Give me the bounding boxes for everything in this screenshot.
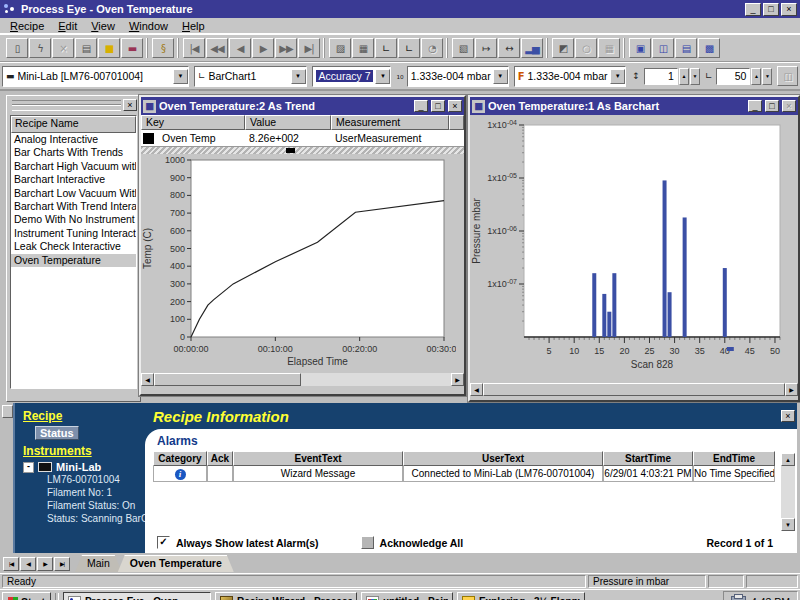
barchart-scroll-left-icon[interactable]: ◀ [470,383,483,396]
pressure-combo[interactable]: 1.333e-004 mbar ▼ [407,66,509,87]
faraday-pressure-combo[interactable]: F 1.333e-004 mbar ▼ [514,66,627,87]
recipe-item[interactable]: Leak Check Interactive [11,240,136,253]
new-recipe-button[interactable]: ▯ [6,38,28,58]
panel-resize-handle[interactable] [2,405,13,418]
step-back-button[interactable]: ◀ [229,38,251,58]
task-process-eye[interactable]: Process Eye - Oven ... [63,592,211,600]
alarms-scroll-up-icon[interactable]: ▲ [781,453,795,466]
barchart-maximize-icon[interactable]: □ [765,100,779,112]
tile-horizontal-button[interactable]: ▤ [675,38,697,58]
layer-windows-button[interactable]: ▩ [698,38,720,58]
restore-button[interactable]: □ [763,3,779,16]
recipe-item[interactable]: Instrument Tuning Interactive [11,227,136,240]
legend-col-value[interactable]: Value [245,115,331,130]
last-mass-up-icon[interactable]: ▲ [751,68,761,85]
legend-col-measurement[interactable]: Measurement [331,115,449,130]
mass-range-button[interactable]: ↔ [498,38,520,58]
task-paint[interactable]: untitled - Paint [361,592,453,600]
faraday-dropdown-icon[interactable]: ▼ [610,69,625,84]
trend-legend-row[interactable]: Oven Temp 8.26e+002 UserMeasurement [141,130,464,147]
chart-config-button[interactable]: ▧ [452,38,474,58]
trend-close-icon[interactable]: × [448,100,462,112]
go-start-button[interactable]: |◀ [183,38,205,58]
trend-maximize-icon[interactable]: □ [431,100,445,112]
panel-grip-handle[interactable] [12,100,121,111]
cascade-windows-button[interactable]: ▣ [629,38,651,58]
accuracy-combo[interactable]: Accuracy 7 ▼ [312,66,392,87]
tab-main[interactable]: Main [75,555,122,572]
close-button[interactable]: × [781,3,797,16]
splitter-thumb[interactable] [286,148,295,153]
trend-scroll-right-icon[interactable]: ▶ [451,373,464,386]
tab-nav-0-icon[interactable]: |◀ [3,557,19,571]
barchart-minimize-icon[interactable]: _ [748,100,762,112]
sidebar-recipe[interactable]: Recipe [23,409,62,423]
chart-combo[interactable]: ∟ BarChart1 ▼ [194,66,307,87]
task-explorer[interactable]: Exploring - 3½ Floppy (A:) [457,592,585,600]
show-latest-checkbox[interactable]: ✓ [157,536,170,549]
grid-view-button[interactable]: ▦ [352,38,374,58]
run-recipe-button[interactable]: ϟ [29,38,51,58]
menu-window[interactable]: Window [122,20,175,32]
instrument-dropdown-icon[interactable]: ▼ [173,69,188,84]
recipe-item[interactable]: Oven Temperature [11,254,136,267]
instrument-combo[interactable]: ▬ Mini-Lab [LM76-00701004] ▼ [2,66,189,87]
tile-vertical-button[interactable]: ◫ [652,38,674,58]
recipe-item[interactable]: Barchart Interactive [11,173,136,186]
ruler-scale-button[interactable]: ↦ [475,38,497,58]
last-mass-down-icon[interactable]: ▼ [762,68,772,85]
recipe-panel-close-icon[interactable]: × [123,99,137,111]
tab-oven-temperature[interactable]: Oven Temperature [118,555,234,572]
alarms-col-usertext[interactable]: UserText [403,451,603,466]
tab-nav-2-icon[interactable]: ▶ [37,557,53,571]
last-mass-value[interactable]: 50 [716,68,750,85]
first-mass-up-icon[interactable]: ▲ [679,68,689,85]
alarms-scroll-down-icon[interactable]: ▼ [781,518,795,531]
history-button[interactable]: ◔ [421,38,443,58]
sidebar-status[interactable]: Status [35,426,79,440]
recipe-item[interactable]: Bar Charts With Trends [11,146,136,159]
table-view-button[interactable]: ▦ [598,38,620,58]
alarms-col-starttime[interactable]: StartTime [603,451,693,466]
alarms-col-eventtext[interactable]: EventText [233,451,403,466]
start-button[interactable]: Start [2,592,51,600]
tab-nav-3-icon[interactable]: ▶| [54,557,70,571]
barchart-scroll-right-icon[interactable]: ▶ [785,383,798,396]
tree-collapse-icon[interactable]: - [23,462,34,473]
print-button[interactable]: ▤ [75,38,97,58]
acknowledge-all-checkbox[interactable] [361,536,374,549]
first-mass-down-icon[interactable]: ▼ [690,68,700,85]
recipe-item[interactable]: Barchart With Trend Interact... [11,200,136,213]
recipe-item[interactable]: Analog Interactive [11,133,136,146]
menu-recipe[interactable]: Recipe [3,20,51,32]
printer-tray-icon[interactable] [731,596,746,600]
alarms-vscrollbar[interactable]: ▲ ▼ [781,453,795,531]
help-book-button[interactable]: ▬ [121,38,143,58]
alarms-col-category[interactable]: Category [153,451,207,466]
alarms-col-endtime[interactable]: EndTime [693,451,775,466]
recipe-item[interactable]: Barchart High Vacuum with ... [11,160,136,173]
legend-chart-splitter[interactable] [141,147,464,154]
recipe-information-close-icon[interactable]: × [781,410,795,422]
instrument-tree-root[interactable]: - Mini-Lab [23,461,145,473]
step-forward-button[interactable]: ▶ [252,38,274,58]
stop-recipe-button[interactable]: × [52,38,74,58]
barchart-hscrollbar[interactable]: ◀ ▶ [470,383,798,396]
trend-scroll-left-icon[interactable]: ◀ [141,373,154,386]
minimize-button[interactable]: _ [745,3,761,16]
alarms-col-ack[interactable]: Ack [207,451,233,466]
barchart-view-button[interactable]: ▂▅ [521,38,543,58]
trend-window-titlebar[interactable]: ▦ Oven Temperature:2 As Trend _ □ × [141,97,464,115]
zoom-chart-button[interactable]: ◩ [552,38,574,58]
menu-view[interactable]: View [84,20,122,32]
trend-minimize-icon[interactable]: _ [414,100,428,112]
pressure-dropdown-icon[interactable]: ▼ [493,69,508,84]
task-recipe-wizard[interactable]: Recipe Wizard - Process E... [215,592,357,600]
go-end-button[interactable]: ▶| [298,38,320,58]
chart-dropdown-icon[interactable]: ▼ [291,69,306,84]
audio-button[interactable]: ◫ [777,66,798,86]
menu-help[interactable]: Help [175,20,212,32]
recipe-item[interactable]: Demo With No Instrument [11,213,136,226]
tab-nav-1-icon[interactable]: ◀ [20,557,36,571]
properties-button[interactable]: ▨ [329,38,351,58]
